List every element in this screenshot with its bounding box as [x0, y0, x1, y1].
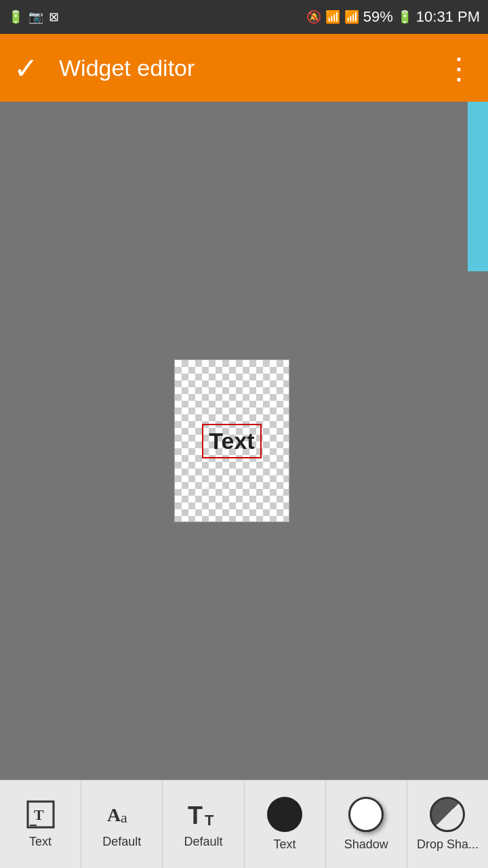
font-aa-icon: A a	[106, 800, 138, 829]
side-panel	[468, 102, 488, 271]
app-bar: ✓ Widget editor ⋮	[0, 34, 488, 102]
screenshot-icon: 📷	[28, 9, 43, 24]
color-icon	[267, 797, 302, 832]
toolbar-label-font: Default	[102, 835, 141, 849]
battery-icon: 🔋	[397, 9, 412, 24]
status-bar-left: 🔋 📷 ⊠	[8, 9, 59, 24]
mute-icon: 🔕	[306, 9, 321, 24]
toolbar-item-font[interactable]: A a Default	[81, 781, 163, 868]
svg-text:T: T	[188, 802, 203, 829]
page-title: Widget editor	[59, 55, 424, 81]
canvas-area: Text	[0, 102, 488, 780]
toolbar-item-size[interactable]: T T Default	[163, 781, 244, 868]
toolbar-label-size: Default	[184, 835, 222, 849]
svg-text:A: A	[107, 804, 121, 825]
status-bar-right: 🔕 📶 📶 59% 🔋 10:31 PM	[306, 8, 480, 26]
svg-text:a: a	[121, 809, 127, 826]
clock: 10:31 PM	[416, 8, 480, 26]
more-options-button[interactable]: ⋮	[444, 51, 474, 85]
battery-indicator-icon: 🔋	[8, 9, 23, 24]
text-size-icon: T T	[187, 800, 220, 829]
text-widget[interactable]: Text	[202, 424, 261, 458]
toolbar-item-text[interactable]: T Text	[0, 781, 81, 868]
drop-shadow-circle	[430, 797, 465, 832]
size-icon: T T	[187, 800, 220, 829]
signal-icon: 📶	[344, 9, 359, 24]
svg-text:T: T	[34, 806, 44, 823]
bottom-toolbar: T Text A a Default T T Default Text	[0, 780, 488, 868]
warning-icon: ⊠	[49, 9, 59, 24]
toolbar-label-text: Text	[29, 835, 52, 849]
confirm-button[interactable]: ✓	[14, 51, 39, 85]
drop-shadow-icon	[430, 797, 465, 832]
toolbar-label-drop-shadow: Drop Sha...	[417, 837, 479, 852]
text-box-icon: T	[26, 800, 56, 829]
toolbar-item-shadow[interactable]: Shadow	[326, 781, 407, 868]
widget-canvas[interactable]: Text	[174, 359, 289, 522]
status-bar: 🔋 📷 ⊠ 🔕 📶 📶 59% 🔋 10:31 PM	[0, 0, 488, 34]
shadow-circle	[348, 797, 384, 832]
svg-text:T: T	[205, 812, 214, 829]
shadow-icon	[348, 797, 384, 832]
battery-percent: 59%	[363, 8, 393, 26]
toolbar-item-drop-shadow[interactable]: Drop Sha...	[407, 781, 488, 868]
text-format-icon: T	[26, 800, 56, 829]
wifi-icon: 📶	[325, 9, 340, 24]
font-icon: A a	[106, 800, 138, 829]
toolbar-item-color[interactable]: Text	[245, 781, 326, 868]
toolbar-label-shadow: Shadow	[344, 837, 388, 852]
toolbar-label-color: Text	[274, 837, 296, 852]
color-circle	[267, 797, 302, 832]
